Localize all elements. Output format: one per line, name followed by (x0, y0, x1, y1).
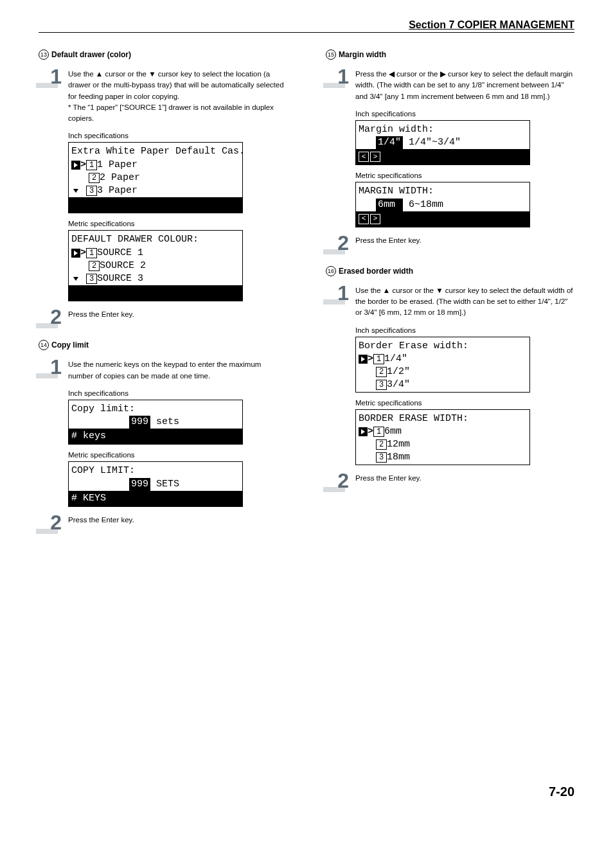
step-number: 2 (326, 233, 349, 253)
step-text: Press the Enter key. (68, 306, 134, 320)
circled-num: 15 (326, 49, 336, 60)
step-text: Use the ▲ cursor or the ▼ cursor key to … (355, 283, 574, 319)
circled-num: 13 (39, 49, 49, 60)
lcd-14-metric: COPY LIMIT: 999 SETS # KEYS (68, 461, 243, 507)
spec-label-metric: Metric specifications (355, 399, 574, 407)
lcd-15-inch: Margin width: 1/4" 1/4"~3/4" <> (355, 120, 530, 166)
step-13-2: 2 Press the Enter key. (39, 306, 287, 327)
spec-label-inch: Inch specifications (68, 132, 287, 139)
step-number: 1 (39, 357, 62, 377)
heading-text: Margin width (339, 50, 386, 59)
step-number: 2 (39, 306, 62, 327)
lcd-13-inch: Extra White Paper Default Cas. >1 1 Pape… (68, 142, 243, 213)
step-13-1: 1 Use the ▲ cursor or the ▼ cursor key t… (39, 66, 287, 124)
right-column: 15 Margin width 1 Press the ◀ cursor or … (326, 46, 574, 540)
down-icon (71, 186, 80, 195)
left-column: 13 Default drawer (color) 1 Use the ▲ cu… (39, 46, 287, 540)
circled-num: 16 (326, 266, 336, 276)
spec-label-metric: Metric specifications (355, 172, 574, 179)
step-text: Press the ◀ cursor or the ▶ cursor key t… (355, 66, 574, 102)
cursor-icon (359, 427, 368, 436)
content-columns: 13 Default drawer (color) 1 Use the ▲ cu… (39, 46, 574, 540)
heading-text: Default drawer (color) (51, 50, 131, 59)
heading-14: 14 Copy limit (39, 340, 287, 350)
step-number: 2 (39, 512, 62, 533)
section-header: Section 7 COPIER MANAGEMENT (39, 19, 574, 33)
step-16-2: 2 Press the Enter key. (326, 470, 574, 491)
spec-label-inch: Inch specifications (355, 110, 574, 118)
step-text: Press the Enter key. (355, 233, 422, 246)
heading-13: 13 Default drawer (color) (39, 49, 287, 60)
lcd-14-inch: Copy limit: 999 sets # keys (68, 400, 243, 445)
step-number: 2 (326, 470, 349, 491)
lcd-13-metric: DEFAULT DRAWER COLOUR: >1 SOURCE 1 2 SOU… (68, 230, 243, 301)
spec-label-metric: Metric specifications (68, 220, 287, 227)
step-14-2: 2 Press the Enter key. (39, 512, 287, 533)
circled-num: 14 (39, 340, 49, 350)
lcd-16-metric: BORDER ERASE WIDTH: >1 6mm 2 12mm 3 18mm (355, 409, 530, 465)
lcd-15-metric: MARGIN WIDTH: 6mm 6~18mm <> (355, 182, 530, 227)
lcd-16-inch: Border Erase width: >1 1/4" 2 1/2" 3 3/4… (355, 337, 530, 393)
cursor-icon (71, 161, 80, 170)
step-16-1: 1 Use the ▲ cursor or the ▼ cursor key t… (326, 283, 574, 319)
step-text: Press the Enter key. (68, 512, 134, 526)
spec-label-inch: Inch specifications (355, 326, 574, 334)
heading-16: 16 Erased border width (326, 266, 574, 276)
left-right-icon: <> (359, 152, 380, 162)
down-icon (71, 274, 80, 283)
step-15-2: 2 Press the Enter key. (326, 233, 574, 253)
step-14-1: 1 Use the numeric keys on the keypad to … (39, 357, 287, 382)
cursor-icon (359, 355, 368, 364)
step-text: Press the Enter key. (355, 470, 422, 484)
step-15-1: 1 Press the ◀ cursor or the ▶ cursor key… (326, 66, 574, 102)
heading-text: Copy limit (51, 341, 89, 350)
step-number: 1 (39, 66, 62, 87)
heading-15: 15 Margin width (326, 49, 574, 60)
step-text: Use the numeric keys on the keypad to en… (68, 357, 287, 382)
heading-text: Erased border width (339, 267, 413, 276)
step-text: Use the ▲ cursor or the ▼ cursor key to … (68, 66, 287, 124)
page-number: 7-20 (39, 784, 574, 799)
cursor-icon (71, 249, 80, 258)
left-right-icon: <> (359, 214, 380, 224)
spec-label-inch: Inch specifications (68, 389, 287, 397)
step-number: 1 (326, 283, 349, 303)
spec-label-metric: Metric specifications (68, 451, 287, 459)
step-number: 1 (326, 66, 349, 87)
